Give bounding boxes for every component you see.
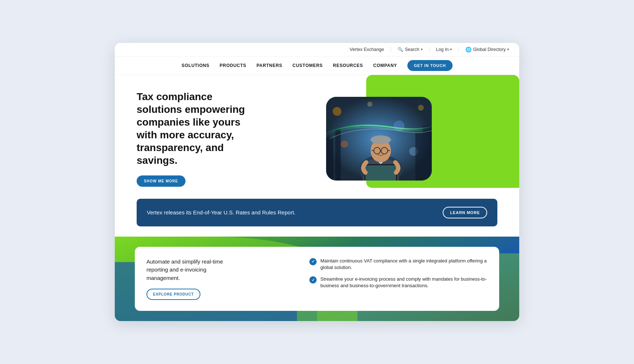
login-chevron-icon: ▾ [450,47,452,51]
search-icon: 🔍 [398,47,403,52]
bottom-card: Automate and simplify real-time reportin… [135,247,499,311]
login-button[interactable]: Log In ▾ [436,47,452,52]
svg-point-4 [341,141,348,148]
check-item-1: Maintain continuous VAT compliance with … [309,258,488,271]
news-banner-text: Vertex releases its End-of-Year U.S. Rat… [147,209,296,216]
check-text-1: Maintain continuous VAT compliance with … [320,258,488,271]
global-directory-chevron-icon: ▾ [507,47,509,51]
svg-point-6 [367,102,372,107]
news-banner: Vertex releases its End-of-Year U.S. Rat… [137,199,497,226]
hero-section: Tax compliance solutions empowering comp… [115,75,519,199]
svg-line-17 [388,150,390,151]
hero-person-photo [326,97,432,181]
vertex-exchange-link[interactable]: Vertex Exchange [349,47,384,52]
hero-text-block: Tax compliance solutions empowering comp… [137,90,261,187]
divider-2 [429,47,430,52]
hero-headline: Tax compliance solutions empowering comp… [137,90,261,167]
utility-bar: Vertex Exchange 🔍 Search ▾ Log In ▾ 🌐 Gl… [115,43,519,56]
svg-rect-8 [335,130,341,181]
svg-line-16 [372,150,374,151]
checkmark-icon-1 [309,258,317,265]
explore-product-button[interactable]: EXPLORE PRODUCT [146,289,200,300]
nav-customers[interactable]: CUSTOMERS [293,63,323,68]
main-navigation: SOLUTIONS PRODUCTS PARTNERS CUSTOMERS RE… [115,56,519,75]
check-item-2: Streamline your e-invoicing process and … [309,276,488,289]
nav-company[interactable]: COMPANY [373,63,397,68]
nav-resources[interactable]: RESOURCES [333,63,363,68]
svg-point-1 [333,107,341,116]
card-right-section: Maintain continuous VAT compliance with … [309,258,488,294]
card-description: Automate and simplify real-time reportin… [146,258,234,282]
checkmark-icon-2 [309,276,317,284]
svg-point-2 [418,105,424,111]
nav-solutions[interactable]: SOLUTIONS [181,63,209,68]
card-left-section: Automate and simplify real-time reportin… [146,258,295,300]
learn-more-button[interactable]: LEARN MORE [443,207,487,218]
svg-rect-9 [415,133,423,181]
search-button[interactable]: 🔍 Search ▾ [398,47,423,52]
svg-rect-10 [423,126,432,181]
hero-image-area [322,90,497,188]
svg-point-18 [371,135,391,144]
globe-icon: 🌐 [465,47,471,52]
get-in-touch-button[interactable]: GET IN TOUCH [407,60,453,71]
bottom-section: Automate and simplify real-time reportin… [115,237,519,321]
divider-1 [391,47,391,52]
svg-rect-7 [326,137,333,181]
svg-rect-21 [365,165,396,181]
search-chevron-icon: ▾ [421,47,423,51]
nav-partners[interactable]: PARTNERS [257,63,282,68]
browser-window: Vertex Exchange 🔍 Search ▾ Log In ▾ 🌐 Gl… [115,43,519,321]
check-text-2: Streamline your e-invoicing process and … [320,276,488,289]
nav-products[interactable]: PRODUCTS [220,63,246,68]
svg-point-3 [394,120,404,131]
global-directory-button[interactable]: 🌐 Global Directory ▾ [465,47,509,52]
divider-3 [458,47,459,52]
show-me-more-button[interactable]: SHOW ME MORE [137,175,185,187]
